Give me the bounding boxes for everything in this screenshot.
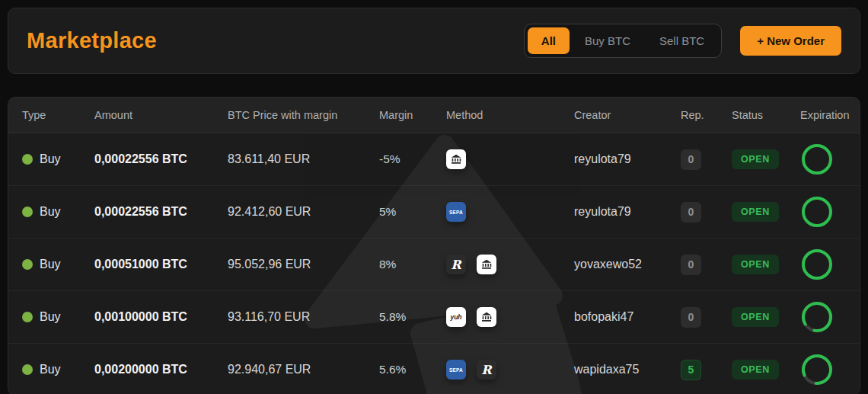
payment-methods-cell (432, 149, 560, 169)
expiration-cell (787, 248, 860, 281)
order-row[interactable]: Buy 0,00022556 BTC 83.611,40 EUR -5% rey… (8, 133, 860, 186)
tab-buy-btc[interactable]: Buy BTC (571, 27, 644, 54)
expiration-cell (787, 143, 860, 176)
order-type-cell: Buy (8, 152, 81, 166)
order-price: 95.052,96 EUR (214, 258, 365, 271)
order-creator: wapidaxa75 (560, 363, 667, 376)
order-amount: 0,00051000 BTC (81, 258, 214, 271)
expiration-ring (800, 300, 834, 334)
order-price: 92.412,60 EUR (214, 205, 365, 219)
order-margin: -5% (365, 152, 432, 166)
reputation-cell: 0 (667, 307, 718, 328)
order-type-cell: Buy (8, 205, 81, 219)
bank-payment-icon (446, 149, 466, 169)
buy-dot-icon (22, 207, 33, 217)
order-price: 83.611,40 EUR (214, 152, 365, 166)
order-margin: 8% (365, 258, 432, 271)
order-type-label: Buy (40, 258, 61, 271)
order-creator: reyulota79 (560, 152, 667, 166)
order-price: 92.940,67 EUR (214, 363, 365, 376)
status-cell: OPEN (718, 202, 787, 222)
table-body: Buy 0,00022556 BTC 83.611,40 EUR -5% rey… (8, 133, 860, 394)
column-header-btc-price-with-margin: BTC Price with margin (214, 109, 365, 121)
reputation-cell: 0 (667, 149, 718, 170)
bank-payment-icon (477, 307, 496, 327)
expiration-ring (800, 195, 834, 229)
reputation-badge: 0 (681, 255, 701, 275)
column-header-type: Type (8, 109, 81, 121)
order-row[interactable]: Buy 0,00100000 BTC 93.116,70 EUR 5.8% yu… (8, 291, 860, 344)
status-badge: OPEN (732, 149, 779, 169)
yuh-payment-icon: yuh (446, 307, 466, 327)
expiration-cell (787, 353, 860, 386)
expiration-ring (800, 353, 834, 386)
order-amount: 0,00022556 BTC (81, 205, 214, 219)
tab-sell-btc[interactable]: Sell BTC (646, 27, 718, 54)
filter-tab-group: AllBuy BTCSell BTC (524, 24, 722, 58)
expiration-cell (787, 195, 860, 229)
status-badge: OPEN (732, 255, 779, 274)
buy-dot-icon (22, 259, 33, 270)
column-header-method: Method (432, 109, 560, 121)
payment-methods-cell: SEPA (432, 202, 560, 222)
status-cell: OPEN (718, 307, 787, 327)
column-header-status: Status (718, 109, 787, 121)
order-type-label: Buy (40, 363, 61, 376)
order-margin: 5.8% (365, 310, 432, 324)
payment-methods-cell: yuh (432, 307, 560, 327)
order-row[interactable]: Buy 0,00200000 BTC 92.940,67 EUR 5.6% SE… (8, 344, 860, 394)
payment-methods-cell: SEPAR (432, 360, 560, 380)
status-badge: OPEN (732, 202, 779, 222)
order-row[interactable]: Buy 0,00051000 BTC 95.052,96 EUR 8% R yo… (8, 239, 860, 291)
buy-dot-icon (22, 312, 33, 322)
bank-payment-icon (477, 255, 496, 274)
reputation-badge: 0 (681, 202, 701, 223)
column-header-creator: Creator (560, 109, 667, 121)
order-creator: reyulota79 (560, 205, 667, 219)
new-order-button[interactable]: + New Order (740, 26, 841, 56)
reputation-cell: 0 (667, 255, 718, 275)
order-type-cell: Buy (8, 258, 81, 271)
reputation-cell: 5 (667, 360, 718, 380)
header-actions: AllBuy BTCSell BTC + New Order (524, 24, 841, 58)
order-type-cell: Buy (8, 310, 81, 324)
order-type-label: Buy (40, 205, 61, 219)
reputation-badge: 0 (681, 149, 701, 170)
orders-table-panel: TypeAmountBTC Price with marginMarginMet… (8, 97, 860, 394)
order-price: 93.116,70 EUR (214, 310, 365, 324)
status-cell: OPEN (718, 360, 787, 380)
sepa-payment-icon: SEPA (446, 202, 466, 222)
marketplace-header-panel: Marketplace AllBuy BTCSell BTC + New Ord… (8, 8, 860, 74)
status-badge: OPEN (732, 307, 779, 327)
order-type-label: Buy (40, 152, 61, 166)
expiration-ring (800, 248, 834, 281)
tab-all[interactable]: All (528, 27, 570, 54)
page-title: Marketplace (27, 28, 157, 53)
status-badge: OPEN (732, 360, 779, 380)
sepa-payment-icon: SEPA (446, 360, 466, 380)
reputation-cell: 0 (667, 202, 718, 223)
revolut-payment-icon: R (446, 255, 466, 274)
status-cell: OPEN (718, 255, 787, 274)
expiration-ring (800, 143, 834, 176)
table-header-row: TypeAmountBTC Price with marginMarginMet… (8, 98, 860, 133)
status-cell: OPEN (718, 149, 787, 169)
order-creator: bofopaki47 (560, 310, 667, 324)
order-type-cell: Buy (8, 363, 81, 376)
column-header-expiration: Expiration (787, 109, 860, 121)
column-header-amount: Amount (81, 109, 214, 121)
expiration-cell (787, 300, 860, 334)
order-amount: 0,00200000 BTC (81, 363, 214, 376)
buy-dot-icon (22, 154, 33, 165)
reputation-badge: 0 (681, 307, 701, 328)
payment-methods-cell: R (432, 255, 560, 274)
buy-dot-icon (22, 364, 33, 375)
order-margin: 5% (365, 205, 432, 219)
order-amount: 0,00100000 BTC (81, 310, 214, 324)
revolut-payment-icon: R (477, 360, 496, 380)
order-creator: yovaxewo52 (560, 258, 667, 271)
order-type-label: Buy (40, 310, 61, 324)
order-amount: 0,00022556 BTC (81, 152, 214, 166)
order-row[interactable]: Buy 0,00022556 BTC 92.412,60 EUR 5% SEPA… (8, 186, 860, 239)
column-header-margin: Margin (365, 109, 432, 121)
